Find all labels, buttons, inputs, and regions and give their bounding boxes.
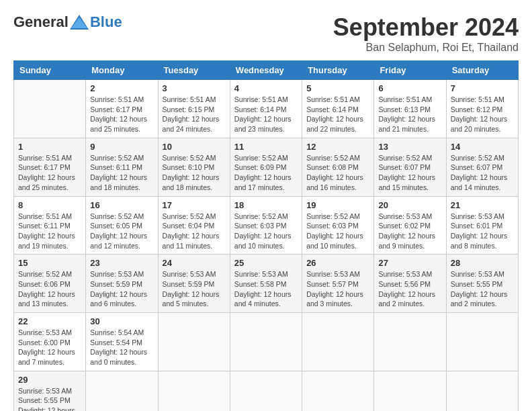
- calendar-row: 2 Sunrise: 5:51 AMSunset: 6:17 PMDayligh…: [14, 80, 519, 138]
- calendar-cell: [14, 80, 86, 138]
- day-number: 15: [18, 258, 81, 268]
- weekday-header-row: Sunday Monday Tuesday Wednesday Thursday…: [14, 61, 519, 80]
- calendar-row: 8 Sunrise: 5:51 AMSunset: 6:11 PMDayligh…: [14, 196, 519, 255]
- day-number: 11: [234, 142, 298, 152]
- day-info: Sunrise: 5:51 AMSunset: 6:17 PMDaylight:…: [90, 95, 147, 133]
- calendar-cell: [374, 313, 446, 371]
- calendar-cell: 27 Sunrise: 5:53 AMSunset: 5:56 PMDaylig…: [374, 255, 446, 313]
- calendar-cell: 29 Sunrise: 5:53 AMSunset: 5:55 PMDaylig…: [14, 371, 86, 411]
- calendar-cell: 22 Sunrise: 5:53 AMSunset: 6:00 PMDaylig…: [14, 313, 86, 371]
- calendar-cell: 10 Sunrise: 5:52 AMSunset: 6:10 PMDaylig…: [158, 138, 230, 196]
- svg-marker-1: [71, 17, 87, 28]
- calendar-cell: [374, 371, 446, 411]
- calendar-cell: 18 Sunrise: 5:52 AMSunset: 6:03 PMDaylig…: [230, 196, 302, 255]
- day-info: Sunrise: 5:51 AMSunset: 6:12 PMDaylight:…: [451, 95, 508, 133]
- calendar-row: 1 Sunrise: 5:51 AMSunset: 6:17 PMDayligh…: [14, 138, 519, 196]
- calendar-cell: 9 Sunrise: 5:52 AMSunset: 6:11 PMDayligh…: [86, 138, 158, 196]
- day-info: Sunrise: 5:52 AMSunset: 6:07 PMDaylight:…: [451, 154, 508, 191]
- day-info: Sunrise: 5:52 AMSunset: 6:09 PMDaylight:…: [234, 154, 292, 191]
- day-number: 12: [306, 142, 369, 152]
- day-info: Sunrise: 5:52 AMSunset: 6:06 PMDaylight:…: [18, 270, 75, 308]
- day-info: Sunrise: 5:52 AMSunset: 6:03 PMDaylight:…: [306, 212, 363, 250]
- calendar-cell: 19 Sunrise: 5:52 AMSunset: 6:03 PMDaylig…: [302, 196, 374, 255]
- day-info: Sunrise: 5:53 AMSunset: 6:00 PMDaylight:…: [18, 328, 75, 366]
- day-info: Sunrise: 5:51 AMSunset: 6:14 PMDaylight:…: [234, 95, 292, 133]
- day-info: Sunrise: 5:53 AMSunset: 5:59 PMDaylight:…: [90, 270, 147, 308]
- calendar-cell: [86, 371, 158, 411]
- calendar-cell: 16 Sunrise: 5:52 AMSunset: 6:05 PMDaylig…: [86, 196, 158, 255]
- calendar-cell: 24 Sunrise: 5:53 AMSunset: 5:59 PMDaylig…: [158, 255, 230, 313]
- day-number: 24: [163, 258, 226, 268]
- day-info: Sunrise: 5:51 AMSunset: 6:15 PMDaylight:…: [163, 95, 220, 133]
- calendar-table: Sunday Monday Tuesday Wednesday Thursday…: [13, 60, 519, 411]
- calendar-cell: 1 Sunrise: 5:51 AMSunset: 6:17 PMDayligh…: [14, 138, 86, 196]
- calendar-cell: 23 Sunrise: 5:53 AMSunset: 5:59 PMDaylig…: [86, 255, 158, 313]
- calendar-cell: 15 Sunrise: 5:52 AMSunset: 6:06 PMDaylig…: [14, 255, 86, 313]
- day-info: Sunrise: 5:51 AMSunset: 6:14 PMDaylight:…: [306, 95, 363, 133]
- day-number: 4: [234, 83, 298, 93]
- day-info: Sunrise: 5:52 AMSunset: 6:11 PMDaylight:…: [90, 154, 147, 191]
- page-header: General Blue September 2024 Ban Selaphum…: [13, 13, 519, 54]
- day-number: 21: [451, 200, 514, 210]
- day-number: 22: [18, 316, 81, 326]
- calendar-cell: 13 Sunrise: 5:52 AMSunset: 6:07 PMDaylig…: [374, 138, 446, 196]
- day-number: 6: [378, 83, 441, 93]
- calendar-cell: [230, 371, 302, 411]
- calendar-cell: 21 Sunrise: 5:53 AMSunset: 6:01 PMDaylig…: [446, 196, 518, 255]
- day-number: 23: [90, 258, 153, 268]
- logo: General Blue: [13, 13, 122, 31]
- calendar-row: 15 Sunrise: 5:52 AMSunset: 6:06 PMDaylig…: [14, 255, 519, 313]
- calendar-cell: [158, 371, 230, 411]
- header-friday: Friday: [374, 61, 446, 80]
- day-number: 30: [90, 316, 153, 326]
- calendar-cell: [302, 313, 374, 371]
- calendar-cell: 8 Sunrise: 5:51 AMSunset: 6:11 PMDayligh…: [14, 196, 86, 255]
- day-number: 27: [378, 258, 441, 268]
- day-number: 2: [90, 83, 153, 93]
- calendar-cell: 5 Sunrise: 5:51 AMSunset: 6:14 PMDayligh…: [302, 80, 374, 138]
- day-number: 18: [234, 200, 298, 210]
- calendar-cell: 3 Sunrise: 5:51 AMSunset: 6:15 PMDayligh…: [158, 80, 230, 138]
- calendar-cell: 28 Sunrise: 5:53 AMSunset: 5:55 PMDaylig…: [446, 255, 518, 313]
- calendar-row: 29 Sunrise: 5:53 AMSunset: 5:55 PMDaylig…: [14, 371, 519, 411]
- day-number: 7: [451, 83, 514, 93]
- calendar-cell: [230, 313, 302, 371]
- day-number: 28: [451, 258, 514, 268]
- header-wednesday: Wednesday: [230, 61, 302, 80]
- header-sunday: Sunday: [14, 61, 86, 80]
- day-info: Sunrise: 5:52 AMSunset: 6:07 PMDaylight:…: [378, 154, 435, 191]
- calendar-cell: 26 Sunrise: 5:53 AMSunset: 5:57 PMDaylig…: [302, 255, 374, 313]
- calendar-cell: 20 Sunrise: 5:53 AMSunset: 6:02 PMDaylig…: [374, 196, 446, 255]
- day-info: Sunrise: 5:53 AMSunset: 5:55 PMDaylight:…: [451, 270, 508, 308]
- location-title: Ban Selaphum, Roi Et, Thailand: [333, 42, 519, 54]
- header-monday: Monday: [86, 61, 158, 80]
- day-info: Sunrise: 5:54 AMSunset: 5:54 PMDaylight:…: [90, 328, 147, 366]
- calendar-row: 22 Sunrise: 5:53 AMSunset: 6:00 PMDaylig…: [14, 313, 519, 371]
- day-info: Sunrise: 5:53 AMSunset: 5:58 PMDaylight:…: [234, 270, 292, 308]
- calendar-cell: 30 Sunrise: 5:54 AMSunset: 5:54 PMDaylig…: [86, 313, 158, 371]
- day-number: 13: [378, 142, 441, 152]
- day-info: Sunrise: 5:52 AMSunset: 6:04 PMDaylight:…: [163, 212, 220, 250]
- day-info: Sunrise: 5:52 AMSunset: 6:05 PMDaylight:…: [90, 212, 147, 250]
- header-tuesday: Tuesday: [158, 61, 230, 80]
- title-block: September 2024 Ban Selaphum, Roi Et, Tha…: [333, 13, 519, 54]
- day-info: Sunrise: 5:51 AMSunset: 6:17 PMDaylight:…: [18, 154, 75, 191]
- logo-blue: Blue: [90, 13, 122, 31]
- calendar-cell: [446, 313, 518, 371]
- calendar-cell: [302, 371, 374, 411]
- month-title: September 2024: [333, 13, 519, 42]
- day-number: 20: [378, 200, 441, 210]
- day-info: Sunrise: 5:51 AMSunset: 6:11 PMDaylight:…: [18, 212, 75, 250]
- calendar-cell: 11 Sunrise: 5:52 AMSunset: 6:09 PMDaylig…: [230, 138, 302, 196]
- calendar-cell: 6 Sunrise: 5:51 AMSunset: 6:13 PMDayligh…: [374, 80, 446, 138]
- day-number: 5: [306, 83, 369, 93]
- calendar-cell: [158, 313, 230, 371]
- calendar-cell: 7 Sunrise: 5:51 AMSunset: 6:12 PMDayligh…: [446, 80, 518, 138]
- day-number: 8: [18, 200, 81, 210]
- calendar-cell: 25 Sunrise: 5:53 AMSunset: 5:58 PMDaylig…: [230, 255, 302, 313]
- header-thursday: Thursday: [302, 61, 374, 80]
- day-info: Sunrise: 5:53 AMSunset: 6:02 PMDaylight:…: [378, 212, 435, 250]
- day-number: 9: [90, 142, 153, 152]
- day-info: Sunrise: 5:52 AMSunset: 6:08 PMDaylight:…: [306, 154, 363, 191]
- day-number: 16: [90, 200, 153, 210]
